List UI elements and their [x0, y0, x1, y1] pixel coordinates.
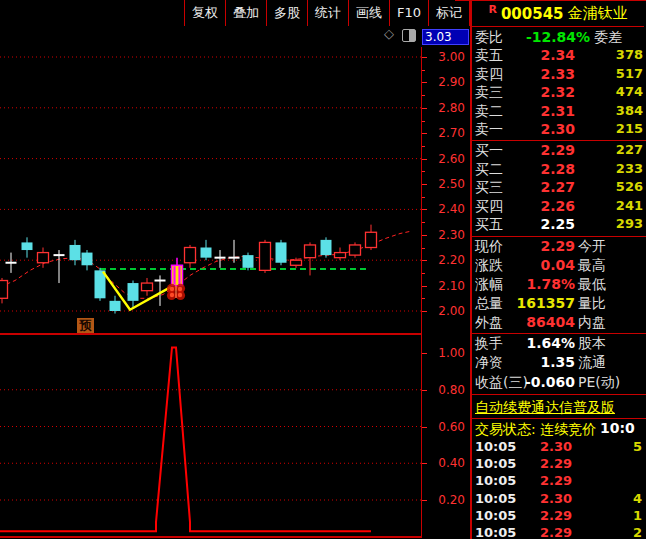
- info-label2: 今开: [578, 238, 606, 256]
- axis-tick: [422, 298, 425, 299]
- axis-label: 2.80: [438, 102, 465, 114]
- info-label2: 内盘: [578, 314, 606, 332]
- bid-volume: 293: [610, 216, 643, 231]
- axis-tick: [422, 248, 425, 249]
- bid-volume: 526: [610, 179, 643, 194]
- bid-volume: 241: [610, 198, 643, 213]
- info-row: 现价2.29今开: [472, 238, 646, 257]
- trade-price: 2.29: [512, 456, 572, 471]
- info-row: 外盘86404内盘: [472, 314, 646, 333]
- ask-price: 2.31: [512, 103, 575, 119]
- weibi-row: 委比 -12.84% 委差: [472, 29, 646, 47]
- candle: [110, 296, 121, 314]
- ask-label: 卖一: [475, 121, 503, 139]
- info-label2: 流通: [578, 354, 606, 372]
- ask-row[interactable]: 卖四2.33517: [472, 66, 646, 85]
- bid-volume: 227: [610, 142, 643, 157]
- candle: [276, 240, 287, 265]
- bid-label: 买五: [475, 216, 503, 234]
- trade-price: 2.30: [512, 439, 572, 454]
- ask-row[interactable]: 卖五2.34378: [472, 47, 646, 66]
- info-label2: PE(动): [578, 374, 620, 392]
- separator: [472, 333, 646, 334]
- menu-item-画线[interactable]: 画线: [349, 0, 390, 26]
- candle: [260, 240, 271, 273]
- ask-row[interactable]: 卖二2.31384: [472, 103, 646, 122]
- menu-item-F10[interactable]: F10: [390, 0, 429, 26]
- info-label: 外盘: [475, 314, 503, 332]
- axis-tick: [422, 82, 427, 83]
- trade-row[interactable]: 10:052.305: [472, 439, 646, 456]
- info-label2: 最低: [578, 276, 606, 294]
- diamond-icon[interactable]: ◇: [384, 27, 394, 41]
- trade-row[interactable]: 10:052.304: [472, 491, 646, 508]
- trade-row[interactable]: 10:052.291: [472, 508, 646, 525]
- indicator-chart[interactable]: [0, 335, 422, 536]
- weibi-value: -12.84%: [512, 29, 590, 45]
- trade-status-time: 10:0: [600, 419, 635, 438]
- menu-item-多股[interactable]: 多股: [267, 0, 308, 26]
- bid-label: 买三: [475, 179, 503, 197]
- axis-label: 2.10: [438, 280, 465, 292]
- axis-tick: [422, 197, 425, 198]
- trade-row[interactable]: 10:052.29: [472, 456, 646, 473]
- ask-label: 卖三: [475, 84, 503, 102]
- info-value: 1.35: [512, 354, 575, 370]
- axis-tick: [422, 171, 425, 172]
- axis-label: 2.50: [438, 178, 465, 190]
- axis-tick: [422, 273, 425, 274]
- ask-price: 2.34: [512, 47, 575, 63]
- menu-item-标记[interactable]: 标记: [429, 0, 470, 26]
- candle: [201, 240, 212, 260]
- quote-panel: 委比 -12.84% 委差 卖五2.34378卖四2.33517卖三2.3247…: [472, 27, 646, 539]
- bid-price: 2.26: [512, 198, 575, 214]
- panel-toggle-icon[interactable]: [402, 29, 416, 42]
- ask-price: 2.30: [512, 121, 575, 137]
- info-row: 净资1.35流通: [472, 354, 646, 373]
- bid-row[interactable]: 买一2.29227: [472, 142, 646, 161]
- axis-tick: [422, 133, 427, 134]
- axis-label: 2.60: [438, 153, 465, 165]
- renewal-banner-link[interactable]: 自动续费通达信普及版: [472, 399, 615, 415]
- ask-row[interactable]: 卖一2.30215: [472, 121, 646, 140]
- ask-row[interactable]: 卖三2.32474: [472, 84, 646, 103]
- info-value: 161357: [512, 295, 575, 311]
- trade-row[interactable]: 10:052.292: [472, 525, 646, 539]
- axis-label: 1.00: [438, 347, 465, 359]
- ask-volume: 474: [610, 84, 643, 99]
- trade-price: 2.29: [512, 473, 572, 488]
- candle: [350, 242, 361, 257]
- axis-tick: [422, 286, 427, 287]
- bid-row[interactable]: 买四2.26241: [472, 198, 646, 217]
- menu-item-统计[interactable]: 统计: [308, 0, 349, 26]
- stock-code: 000545: [501, 5, 564, 23]
- candle: [0, 278, 8, 303]
- signal-candle: [172, 258, 183, 288]
- axis-tick: [422, 353, 427, 354]
- margin-flag: R: [488, 3, 496, 16]
- info-label2: 股本: [578, 335, 606, 353]
- info-row: 收益(三)-0.060PE(动): [472, 374, 646, 393]
- bid-row[interactable]: 买三2.27526: [472, 179, 646, 198]
- menu-item-复权[interactable]: 复权: [184, 0, 226, 26]
- candle: [70, 240, 81, 265]
- axis-tick: [422, 57, 427, 58]
- trade-row[interactable]: 10:052.29: [472, 473, 646, 490]
- axis-tick: [422, 108, 427, 109]
- axis-label: 2.20: [438, 254, 465, 266]
- ask-price: 2.33: [512, 66, 575, 82]
- menu-item-叠加[interactable]: 叠加: [226, 0, 267, 26]
- candlestick-chart[interactable]: [0, 27, 422, 333]
- axis-label: 0.60: [438, 421, 465, 433]
- candle: [243, 253, 254, 271]
- trade-time: 10:05: [475, 508, 516, 523]
- weicha-label: 委差: [594, 29, 622, 47]
- bid-row[interactable]: 买二2.28233: [472, 161, 646, 180]
- axis-label: 0.80: [438, 384, 465, 396]
- bid-row[interactable]: 买五2.25293: [472, 216, 646, 235]
- forecast-badge: 预: [77, 318, 94, 333]
- candle: [321, 237, 332, 257]
- candle: [142, 278, 153, 296]
- price-axis: 3.03 3.002.902.802.702.602.502.402.302.2…: [422, 27, 470, 539]
- trade-time: 10:05: [475, 439, 516, 454]
